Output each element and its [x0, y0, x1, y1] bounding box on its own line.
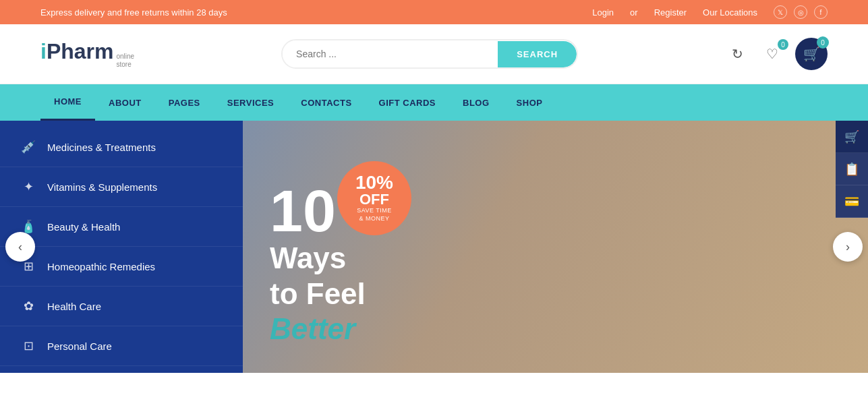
float-cart-icon[interactable]: 🛒 [836, 121, 868, 153]
sidebar-label-healthcare: Health Care [47, 301, 101, 312]
logo[interactable]: iPharm online store [40, 39, 134, 69]
discount-sub2: & MONEY [359, 215, 389, 223]
search-bar: SEARCH [281, 39, 578, 69]
social-links: 𝕏 ◎ f [774, 5, 828, 19]
sidebar-item-personal[interactable]: ⊡ Personal Care [0, 326, 243, 366]
main-nav: HOME ABOUT PAGES SERVICES CONTACTS GIFT … [0, 84, 868, 121]
sidebar-label-beauty: Beauty & Health [47, 221, 120, 233]
next-slide-button[interactable]: › [833, 232, 863, 262]
sidebar-item-homeopathic[interactable]: ⊞ Homeopathic Remedies [0, 247, 243, 287]
search-button[interactable]: SEARCH [498, 41, 577, 67]
nav-services[interactable]: SERVICES [214, 86, 288, 120]
float-wallet-icon[interactable]: 💳 [836, 185, 868, 218]
sidebar-label-vitamins: Vitamins & Supplements [47, 181, 157, 193]
healthcare-icon: ✿ [20, 299, 36, 314]
right-float-icons: 🛒 📋 💳 [836, 121, 868, 218]
refresh-icon[interactable]: ↻ [725, 42, 749, 66]
discount-off: OFF [359, 192, 389, 207]
hero-line1: Ways [270, 241, 366, 276]
right-arrow-icon: › [846, 240, 850, 254]
vitamins-icon: ✦ [20, 179, 36, 194]
main-content: ‹ 💉 Medicines & Treatments ✦ Vitamins & … [0, 121, 868, 373]
search-input[interactable] [283, 40, 498, 67]
locations-link[interactable]: Our Locations [703, 7, 757, 18]
discount-percent: 10% [355, 173, 393, 192]
sidebar-item-healthcare[interactable]: ✿ Health Care [0, 287, 243, 326]
sidebar-label-medicines: Medicines & Treatments [47, 142, 156, 153]
logo-text: iPharm [40, 39, 113, 64]
float-clipboard-icon[interactable]: 📋 [836, 153, 868, 185]
hero-banner: 10% OFF SAVE TIME & MONEY 10 Ways to Fee… [243, 121, 868, 373]
hero-line3: Better [270, 312, 366, 346]
nav-gift-cards[interactable]: GIFT CARDS [366, 86, 449, 120]
prev-slide-button[interactable]: ‹ [5, 232, 35, 262]
nav-shop[interactable]: SHOP [503, 86, 556, 120]
delivery-text: Express delivery and free returns within… [40, 7, 227, 18]
login-link[interactable]: Login [592, 7, 614, 18]
logo-subtitle: online store [116, 53, 134, 69]
top-bar-right: Login or Register Our Locations 𝕏 ◎ f [592, 5, 828, 19]
sidebar-item-vitamins[interactable]: ✦ Vitamins & Supplements [0, 167, 243, 207]
nav-pages[interactable]: PAGES [155, 86, 214, 120]
hero-line2: to Feel [270, 276, 366, 312]
or-text: or [630, 7, 638, 18]
hero-image: 10% OFF SAVE TIME & MONEY 10 Ways to Fee… [243, 121, 868, 373]
nav-about[interactable]: ABOUT [95, 86, 155, 120]
sidebar-item-medicines[interactable]: 💉 Medicines & Treatments [0, 127, 243, 167]
cart-badge: 0 [817, 36, 829, 49]
twitter-icon[interactable]: 𝕏 [774, 5, 787, 19]
register-link[interactable]: Register [654, 7, 687, 18]
header: iPharm online store SEARCH ↻ ♡ 0 🛒 0 [0, 24, 868, 84]
nav-home[interactable]: HOME [40, 84, 95, 121]
nav-blog[interactable]: BLOG [449, 86, 503, 120]
discount-sub1: SAVE TIME [357, 207, 392, 215]
personal-icon: ⊡ [20, 338, 36, 353]
left-arrow-icon: ‹ [18, 240, 22, 254]
logo-pharm: Pharm [47, 39, 114, 63]
sidebar-item-beauty[interactable]: 🧴 Beauty & Health [0, 207, 243, 247]
discount-badge: 10% OFF SAVE TIME & MONEY [337, 161, 411, 235]
nav-contacts[interactable]: CONTACTS [287, 86, 365, 120]
header-icons: ↻ ♡ 0 🛒 0 [725, 38, 828, 70]
instagram-icon[interactable]: ◎ [794, 5, 807, 19]
wishlist-badge: 0 [778, 39, 788, 50]
category-sidebar: 💉 Medicines & Treatments ✦ Vitamins & Su… [0, 121, 243, 373]
wishlist-icon[interactable]: ♡ 0 [760, 42, 784, 66]
sidebar-label-homeopathic: Homeopathic Remedies [47, 261, 155, 272]
cart-button[interactable]: 🛒 0 [795, 38, 828, 70]
facebook-icon[interactable]: f [814, 5, 828, 19]
sidebar-label-personal: Personal Care [47, 340, 112, 352]
medicines-icon: 💉 [20, 140, 36, 154]
logo-i: i [40, 39, 47, 63]
top-bar: Express delivery and free returns within… [0, 0, 868, 24]
